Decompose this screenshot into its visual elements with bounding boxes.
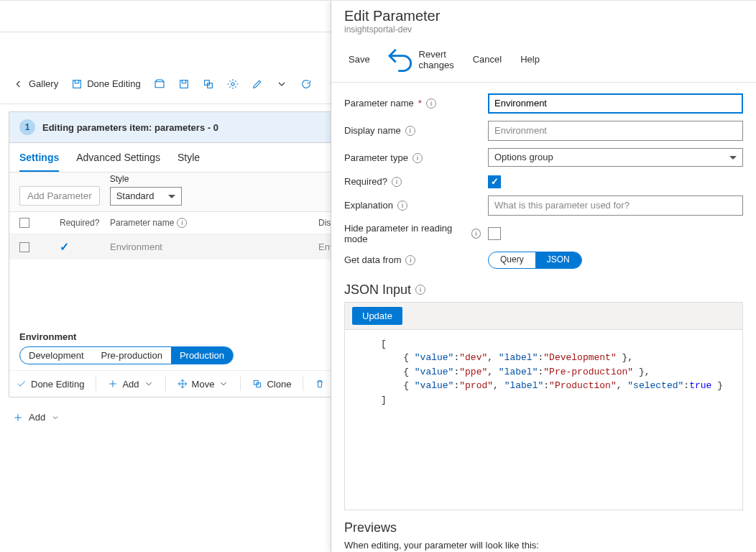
gallery-button[interactable]: Gallery [13,78,58,90]
json-code[interactable]: [ { "value":"dev", "label":"Development"… [344,330,742,415]
chevron-down-icon [51,413,60,422]
explanation-input[interactable] [488,196,743,216]
get-data-toggle: Query JSON [488,252,582,269]
tab-settings[interactable]: Settings [19,152,59,172]
svg-rect-8 [257,383,261,387]
pill-ppe[interactable]: Pre-production [93,347,171,364]
refresh-icon[interactable] [300,78,312,90]
trash-icon [315,379,325,389]
panel-help-button[interactable]: Help [516,45,540,75]
explanation-label: Explanation [344,200,393,211]
chevron-down-icon[interactable] [276,78,287,90]
panel-subtitle: insightsportal-dev [344,24,743,34]
svg-rect-1 [180,80,188,88]
col-required: Required? [60,218,103,228]
back-arrow-icon [13,78,24,90]
toggle-json[interactable]: JSON [535,252,581,268]
previews-caption: When editing, your parameter will look l… [344,540,743,551]
check-icon [17,379,27,389]
col-param-name: Parameter name [110,218,174,228]
required-checkbox[interactable]: ✓ [488,175,501,188]
required-asterisk: * [418,98,422,109]
move-action[interactable]: Move [178,379,229,390]
plus-icon [108,379,118,389]
svg-rect-7 [254,380,259,385]
display-name-label: Display name [344,125,401,136]
panel-save-button[interactable]: Save [344,45,370,75]
card-badge: 1 [19,119,35,135]
info-icon[interactable]: i [412,153,423,163]
svg-point-4 [231,83,234,86]
done-editing-action[interactable]: Done Editing [17,379,84,390]
param-type-select[interactable]: Options group [488,148,743,167]
hide-param-checkbox[interactable] [488,227,501,240]
edit-pencil-icon[interactable] [252,78,263,90]
copy-icon[interactable] [203,78,214,90]
svg-rect-2 [204,80,209,85]
undo-icon [384,45,415,75]
add-parameter-button[interactable]: Add Parameter [19,186,100,206]
clone-action[interactable]: Clone [252,379,291,390]
json-editor[interactable]: Update [ { "value":"dev", "label":"Devel… [344,302,743,510]
panel-cancel-button[interactable]: Cancel [469,45,502,75]
clone-icon [252,379,262,389]
edit-parameter-panel: Edit Parameter insightsportal-dev Save R… [331,1,756,552]
param-type-label: Parameter type [344,152,408,163]
info-icon[interactable]: i [426,98,436,109]
info-icon[interactable]: i [397,201,407,211]
svg-rect-0 [73,80,81,88]
info-icon[interactable]: i [177,218,187,228]
card-title: Editing parameters item: parameters - 0 [42,122,218,133]
plus-icon [13,413,23,423]
move-icon [178,379,188,389]
previews-title: Previews [344,520,743,535]
style-select[interactable]: Standard [110,187,182,206]
chevron-down-icon [218,379,229,389]
svg-rect-3 [207,83,212,88]
settings-gear-icon[interactable] [227,78,239,90]
json-update-button[interactable]: Update [352,307,402,325]
info-icon[interactable]: i [471,229,481,239]
select-all-checkbox[interactable] [19,218,29,228]
info-icon[interactable]: i [405,126,415,136]
pill-dev[interactable]: Development [20,347,93,364]
add-action[interactable]: Add [108,379,153,390]
info-icon[interactable]: i [415,285,425,295]
info-icon[interactable]: i [405,255,415,265]
options-preview: Development Pre-production Production [19,346,234,364]
param-name-input[interactable] [488,93,743,114]
hide-param-label: Hide parameter in reading mode [344,223,467,244]
delete-action[interactable] [315,379,325,389]
tab-style[interactable]: Style [178,152,200,172]
required-label: Required? [344,176,387,187]
required-check-icon: ✓ [60,240,103,254]
panel-title: Edit Parameter [344,8,743,24]
display-name-input[interactable] [488,121,743,141]
save-icon [71,78,83,90]
json-input-label: JSON Input [344,282,411,298]
get-data-label: Get data from [344,254,401,265]
info-icon[interactable]: i [392,177,402,187]
save-disk-icon[interactable] [178,78,190,90]
done-editing-button[interactable]: Done Editing [71,78,140,90]
row-name: Environment [110,242,311,252]
row-checkbox[interactable] [19,242,29,252]
style-label: Style [110,174,182,184]
param-name-label: Parameter name [344,98,414,109]
toggle-query[interactable]: Query [489,252,535,268]
chevron-down-icon [144,379,154,389]
tab-advanced[interactable]: Advanced Settings [76,152,160,172]
panel-revert-button[interactable]: Revert changes [384,45,454,75]
open-icon[interactable] [154,78,165,90]
pill-prod[interactable]: Production [171,347,233,364]
